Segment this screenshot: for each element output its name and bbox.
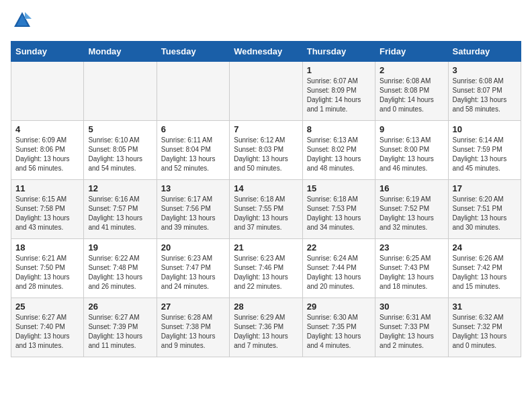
calendar-cell: 11Sunrise: 6:15 AM Sunset: 7:58 PM Dayli… bbox=[11, 180, 84, 239]
day-number: 30 bbox=[380, 302, 443, 312]
day-number: 17 bbox=[453, 183, 517, 193]
day-info: Sunrise: 6:21 AM Sunset: 7:50 PM Dayligh… bbox=[15, 254, 79, 291]
day-info: Sunrise: 6:10 AM Sunset: 8:05 PM Dayligh… bbox=[88, 136, 152, 173]
day-number: 29 bbox=[307, 302, 371, 312]
calendar-cell: 19Sunrise: 6:22 AM Sunset: 7:48 PM Dayli… bbox=[84, 239, 157, 298]
day-number: 27 bbox=[161, 302, 225, 312]
calendar-cell bbox=[230, 62, 302, 121]
calendar-cell: 4Sunrise: 6:09 AM Sunset: 8:06 PM Daylig… bbox=[11, 121, 84, 180]
day-info: Sunrise: 6:24 AM Sunset: 7:44 PM Dayligh… bbox=[307, 254, 371, 291]
calendar-cell: 13Sunrise: 6:17 AM Sunset: 7:56 PM Dayli… bbox=[157, 180, 229, 239]
day-info: Sunrise: 6:25 AM Sunset: 7:43 PM Dayligh… bbox=[380, 254, 443, 291]
day-info: Sunrise: 6:20 AM Sunset: 7:51 PM Dayligh… bbox=[453, 195, 517, 232]
calendar-cell: 23Sunrise: 6:25 AM Sunset: 7:43 PM Dayli… bbox=[375, 239, 448, 298]
day-info: Sunrise: 6:29 AM Sunset: 7:36 PM Dayligh… bbox=[234, 313, 298, 351]
calendar-cell: 1Sunrise: 6:07 AM Sunset: 8:09 PM Daylig… bbox=[302, 62, 375, 121]
day-number: 15 bbox=[307, 183, 371, 193]
day-info: Sunrise: 6:13 AM Sunset: 8:00 PM Dayligh… bbox=[380, 136, 443, 173]
day-info: Sunrise: 6:18 AM Sunset: 7:53 PM Dayligh… bbox=[307, 195, 371, 232]
calendar-cell: 21Sunrise: 6:23 AM Sunset: 7:46 PM Dayli… bbox=[230, 239, 302, 298]
weekday-header-sunday: Sunday bbox=[11, 42, 84, 62]
calendar-cell: 16Sunrise: 6:19 AM Sunset: 7:52 PM Dayli… bbox=[375, 180, 448, 239]
day-info: Sunrise: 6:15 AM Sunset: 7:58 PM Dayligh… bbox=[15, 195, 79, 232]
calendar-cell: 2Sunrise: 6:08 AM Sunset: 8:08 PM Daylig… bbox=[375, 62, 448, 121]
day-number: 24 bbox=[453, 242, 517, 253]
calendar-week-row: 11Sunrise: 6:15 AM Sunset: 7:58 PM Dayli… bbox=[11, 180, 521, 239]
calendar-cell: 20Sunrise: 6:23 AM Sunset: 7:47 PM Dayli… bbox=[157, 239, 229, 298]
calendar-week-row: 1Sunrise: 6:07 AM Sunset: 8:09 PM Daylig… bbox=[11, 62, 521, 121]
calendar-cell: 14Sunrise: 6:18 AM Sunset: 7:55 PM Dayli… bbox=[230, 180, 302, 239]
day-info: Sunrise: 6:13 AM Sunset: 8:02 PM Dayligh… bbox=[307, 136, 371, 173]
calendar-cell: 5Sunrise: 6:10 AM Sunset: 8:05 PM Daylig… bbox=[84, 121, 157, 180]
day-info: Sunrise: 6:27 AM Sunset: 7:40 PM Dayligh… bbox=[15, 313, 79, 351]
day-info: Sunrise: 6:12 AM Sunset: 8:03 PM Dayligh… bbox=[234, 136, 298, 173]
day-number: 2 bbox=[380, 65, 443, 75]
day-info: Sunrise: 6:23 AM Sunset: 7:46 PM Dayligh… bbox=[234, 254, 298, 291]
calendar-cell: 3Sunrise: 6:08 AM Sunset: 8:07 PM Daylig… bbox=[448, 62, 521, 121]
day-number: 9 bbox=[380, 124, 443, 134]
day-info: Sunrise: 6:22 AM Sunset: 7:48 PM Dayligh… bbox=[88, 254, 152, 291]
day-info: Sunrise: 6:26 AM Sunset: 7:42 PM Dayligh… bbox=[453, 254, 517, 291]
day-number: 8 bbox=[307, 124, 371, 134]
calendar-cell bbox=[84, 62, 157, 121]
weekday-header-wednesday: Wednesday bbox=[230, 42, 302, 62]
day-info: Sunrise: 6:08 AM Sunset: 8:07 PM Dayligh… bbox=[453, 77, 517, 114]
day-number: 28 bbox=[234, 302, 298, 312]
day-number: 1 bbox=[307, 65, 371, 75]
svg-marker-2 bbox=[25, 12, 32, 19]
day-info: Sunrise: 6:17 AM Sunset: 7:56 PM Dayligh… bbox=[161, 195, 225, 232]
day-info: Sunrise: 6:11 AM Sunset: 8:04 PM Dayligh… bbox=[161, 136, 225, 173]
calendar-cell: 10Sunrise: 6:14 AM Sunset: 7:59 PM Dayli… bbox=[448, 121, 521, 180]
day-info: Sunrise: 6:23 AM Sunset: 7:47 PM Dayligh… bbox=[161, 254, 225, 291]
logo-icon bbox=[13, 11, 32, 30]
calendar-table: SundayMondayTuesdayWednesdayThursdayFrid… bbox=[11, 41, 521, 357]
day-number: 31 bbox=[453, 302, 517, 312]
weekday-header-tuesday: Tuesday bbox=[157, 42, 229, 62]
weekday-header-friday: Friday bbox=[375, 42, 448, 62]
day-info: Sunrise: 6:19 AM Sunset: 7:52 PM Dayligh… bbox=[380, 195, 443, 232]
day-number: 13 bbox=[161, 183, 225, 193]
calendar-cell: 25Sunrise: 6:27 AM Sunset: 7:40 PM Dayli… bbox=[11, 298, 84, 357]
day-number: 19 bbox=[88, 242, 152, 253]
day-info: Sunrise: 6:28 AM Sunset: 7:38 PM Dayligh… bbox=[161, 313, 225, 351]
calendar-cell: 9Sunrise: 6:13 AM Sunset: 8:00 PM Daylig… bbox=[375, 121, 448, 180]
weekday-header-saturday: Saturday bbox=[448, 42, 521, 62]
day-number: 5 bbox=[88, 124, 152, 134]
calendar-cell: 29Sunrise: 6:30 AM Sunset: 7:35 PM Dayli… bbox=[302, 298, 375, 357]
calendar-cell: 31Sunrise: 6:32 AM Sunset: 7:32 PM Dayli… bbox=[448, 298, 521, 357]
day-number: 6 bbox=[161, 124, 225, 134]
calendar-cell: 8Sunrise: 6:13 AM Sunset: 8:02 PM Daylig… bbox=[302, 121, 375, 180]
day-info: Sunrise: 6:16 AM Sunset: 7:57 PM Dayligh… bbox=[88, 195, 152, 232]
calendar-cell: 30Sunrise: 6:31 AM Sunset: 7:33 PM Dayli… bbox=[375, 298, 448, 357]
day-info: Sunrise: 6:30 AM Sunset: 7:35 PM Dayligh… bbox=[307, 313, 371, 351]
calendar-week-row: 18Sunrise: 6:21 AM Sunset: 7:50 PM Dayli… bbox=[11, 239, 521, 298]
calendar-cell: 28Sunrise: 6:29 AM Sunset: 7:36 PM Dayli… bbox=[230, 298, 302, 357]
day-number: 3 bbox=[453, 65, 517, 75]
day-info: Sunrise: 6:31 AM Sunset: 7:33 PM Dayligh… bbox=[380, 313, 443, 351]
day-number: 23 bbox=[380, 242, 443, 253]
day-number: 14 bbox=[234, 183, 298, 193]
calendar-cell: 17Sunrise: 6:20 AM Sunset: 7:51 PM Dayli… bbox=[448, 180, 521, 239]
day-number: 22 bbox=[307, 242, 371, 253]
day-number: 18 bbox=[15, 242, 79, 253]
day-number: 12 bbox=[88, 183, 152, 193]
page-header bbox=[11, 11, 521, 33]
calendar-header-row: SundayMondayTuesdayWednesdayThursdayFrid… bbox=[11, 42, 521, 62]
calendar-week-row: 4Sunrise: 6:09 AM Sunset: 8:06 PM Daylig… bbox=[11, 121, 521, 180]
calendar-week-row: 25Sunrise: 6:27 AM Sunset: 7:40 PM Dayli… bbox=[11, 298, 521, 357]
calendar-cell bbox=[11, 62, 84, 121]
calendar-cell: 18Sunrise: 6:21 AM Sunset: 7:50 PM Dayli… bbox=[11, 239, 84, 298]
calendar-cell bbox=[157, 62, 229, 121]
day-info: Sunrise: 6:09 AM Sunset: 8:06 PM Dayligh… bbox=[15, 136, 79, 173]
day-info: Sunrise: 6:32 AM Sunset: 7:32 PM Dayligh… bbox=[453, 313, 517, 351]
day-number: 25 bbox=[15, 302, 79, 312]
calendar-cell: 6Sunrise: 6:11 AM Sunset: 8:04 PM Daylig… bbox=[157, 121, 229, 180]
day-number: 26 bbox=[88, 302, 152, 312]
day-info: Sunrise: 6:07 AM Sunset: 8:09 PM Dayligh… bbox=[307, 77, 371, 114]
weekday-header-thursday: Thursday bbox=[302, 42, 375, 62]
calendar-cell: 15Sunrise: 6:18 AM Sunset: 7:53 PM Dayli… bbox=[302, 180, 375, 239]
logo bbox=[11, 11, 32, 33]
day-info: Sunrise: 6:08 AM Sunset: 8:08 PM Dayligh… bbox=[380, 77, 443, 114]
calendar-cell: 27Sunrise: 6:28 AM Sunset: 7:38 PM Dayli… bbox=[157, 298, 229, 357]
day-info: Sunrise: 6:14 AM Sunset: 7:59 PM Dayligh… bbox=[453, 136, 517, 173]
